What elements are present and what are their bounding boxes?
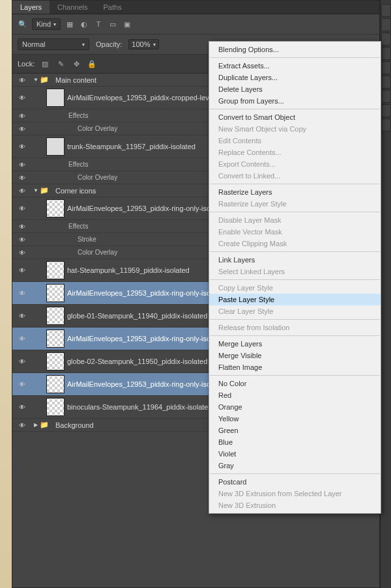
visibility-toggle[interactable] [12, 335, 32, 343]
visibility-toggle[interactable] [12, 266, 32, 274]
tab-paths[interactable]: Paths [96, 1, 130, 14]
visibility-toggle[interactable] [12, 249, 32, 257]
visibility-toggle[interactable] [12, 289, 32, 297]
visibility-toggle[interactable] [12, 223, 32, 231]
visibility-toggle[interactable] [12, 143, 32, 150]
visibility-toggle[interactable] [12, 421, 32, 429]
twisty-icon[interactable]: ▼ [32, 188, 40, 193]
menu-separator [210, 109, 380, 109]
menu-red[interactable]: Red [209, 389, 381, 401]
menu-separator [210, 212, 380, 212]
menu-convert-smart[interactable]: Convert to Smart Object [209, 111, 381, 123]
menu-violet[interactable]: Violet [209, 448, 381, 460]
opacity-field[interactable]: 100%▾ [128, 39, 158, 49]
tool-button[interactable] [381, 18, 391, 31]
menu-separator [210, 57, 380, 58]
filter-toolbar: 🔍 Kind▾ ▦ ◐ T ▭ ▣ [12, 14, 379, 35]
menu-link-layers[interactable]: Link Layers [209, 254, 381, 266]
menu-gray[interactable]: Gray [209, 460, 381, 471]
menu-flatten-image[interactable]: Flatten Image [209, 361, 381, 373]
visibility-toggle[interactable] [12, 161, 32, 169]
menu-new-3d-selected: New 3D Extrusion from Selected Layer [209, 488, 381, 499]
menu-postcard[interactable]: Postcard [209, 476, 381, 488]
panel-tabs: Layers Channels Paths [12, 1, 379, 14]
filter-type-icon[interactable]: T [93, 19, 104, 29]
visibility-toggle[interactable] [12, 312, 32, 320]
tool-button[interactable] [381, 90, 391, 103]
visibility-toggle[interactable] [12, 174, 32, 182]
menu-paste-style[interactable]: Paste Layer Style [209, 294, 381, 305]
tab-layers[interactable]: Layers [12, 1, 50, 14]
menu-orange[interactable]: Orange [209, 401, 381, 413]
menu-rasterize-layers[interactable]: Rasterize Layers [209, 186, 381, 198]
layer-thumbnail[interactable] [46, 89, 65, 107]
context-menu: Blending Options... Extract Assets... Du… [209, 41, 381, 514]
opacity-label: Opacity: [96, 40, 122, 48]
menu-delete-layers[interactable]: Delete Layers [209, 83, 381, 95]
menu-release-isolation: Release from Isolation [209, 322, 381, 333]
tool-button[interactable] [381, 76, 391, 89]
right-tool-strip [380, 0, 391, 588]
visibility-toggle[interactable] [12, 357, 32, 365]
layer-thumbnail[interactable] [46, 352, 65, 371]
lock-all-icon[interactable]: 🔒 [87, 59, 97, 69]
menu-duplicate-layers[interactable]: Duplicate Layers... [209, 72, 381, 83]
tool-button[interactable] [381, 61, 391, 74]
menu-copy-style: Copy Layer Style [209, 282, 381, 294]
visibility-toggle[interactable] [12, 125, 32, 133]
menu-yellow[interactable]: Yellow [209, 413, 381, 425]
layer-thumbnail[interactable] [46, 329, 65, 348]
menu-blue[interactable]: Blue [209, 436, 381, 448]
visibility-toggle[interactable] [12, 204, 32, 212]
menu-extract-assets[interactable]: Extract Assets... [209, 60, 381, 72]
filter-shape-icon[interactable]: ▭ [108, 19, 118, 29]
blend-mode-dropdown[interactable]: Normal▾ [18, 38, 89, 50]
menu-disable-mask: Disable Layer Mask [209, 214, 381, 226]
layer-thumbnail[interactable] [46, 375, 65, 393]
lock-transparency-icon[interactable]: ▨ [40, 59, 50, 69]
visibility-toggle[interactable] [12, 94, 32, 102]
menu-convert-linked: Convert to Linked... [209, 170, 381, 182]
menu-blending-options[interactable]: Blending Options... [209, 44, 381, 55]
menu-clear-style: Clear Layer Style [209, 305, 381, 317]
visibility-toggle[interactable] [12, 112, 32, 120]
visibility-toggle[interactable] [12, 236, 32, 244]
lock-move-icon[interactable]: ✥ [71, 59, 81, 69]
layer-thumbnail[interactable] [46, 307, 65, 325]
tool-button[interactable] [381, 47, 391, 60]
filter-adjust-icon[interactable]: ◐ [79, 19, 89, 29]
layer-thumbnail[interactable] [46, 284, 65, 302]
visibility-toggle[interactable] [12, 380, 32, 388]
tab-channels[interactable]: Channels [50, 1, 95, 14]
visibility-toggle[interactable] [12, 76, 32, 84]
tool-button[interactable] [381, 104, 391, 117]
menu-no-color[interactable]: No Color [209, 378, 381, 389]
layer-thumbnail[interactable] [46, 261, 65, 279]
menu-separator [210, 184, 380, 184]
search-icon: 🔍 [18, 19, 28, 29]
menu-new-3d: New 3D Extrusion [209, 499, 381, 511]
filter-smart-icon[interactable]: ▣ [122, 19, 132, 29]
menu-green[interactable]: Green [209, 425, 381, 436]
visibility-toggle[interactable] [12, 187, 32, 195]
folder-icon: 📁 [40, 76, 51, 85]
lock-brush-icon[interactable]: ✎ [55, 59, 66, 69]
lock-label: Lock: [18, 60, 35, 68]
layer-thumbnail[interactable] [46, 398, 65, 416]
twisty-icon[interactable]: ▶ [32, 422, 40, 428]
filter-kind-dropdown[interactable]: Kind▾ [32, 18, 61, 30]
layer-thumbnail[interactable] [46, 137, 65, 156]
menu-merge-visible[interactable]: Merge Visible [209, 350, 381, 361]
folder-icon: 📁 [40, 421, 51, 430]
tool-button[interactable] [381, 119, 391, 132]
layer-thumbnail[interactable] [46, 199, 65, 217]
menu-merge-layers[interactable]: Merge Layers [209, 338, 381, 350]
twisty-icon[interactable]: ▼ [32, 77, 40, 83]
visibility-toggle[interactable] [12, 403, 32, 411]
tool-button[interactable] [381, 33, 391, 46]
menu-separator [210, 335, 380, 336]
menu-group-from-layers[interactable]: Group from Layers... [209, 95, 381, 107]
menu-separator [210, 251, 380, 252]
filter-image-icon[interactable]: ▦ [65, 19, 75, 29]
tool-button[interactable] [381, 4, 391, 17]
